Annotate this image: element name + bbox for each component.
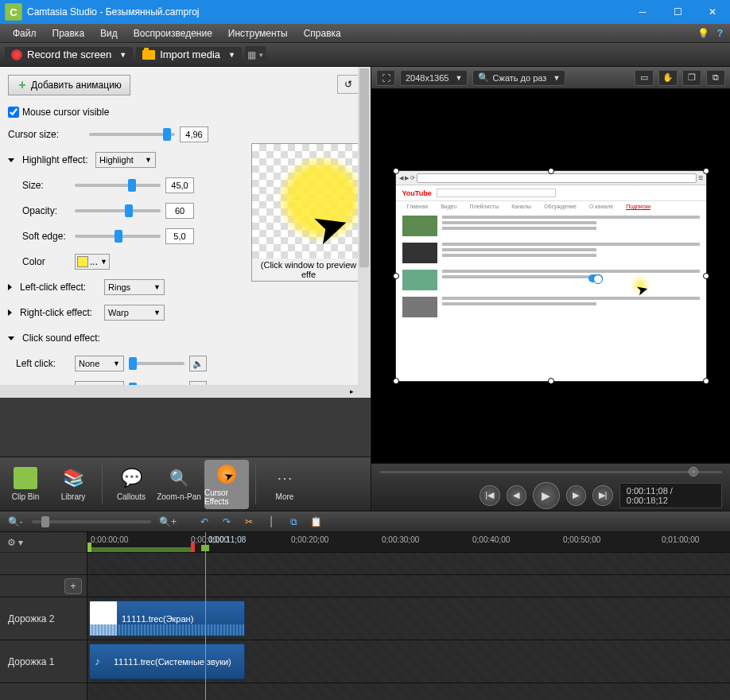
play-button[interactable]: ▶ bbox=[533, 482, 559, 509]
timeline-settings-icon[interactable]: ⚙ ▾ bbox=[6, 535, 24, 550]
tool-strip: Clip Bin 📚Library 💬Callouts 🔍Zoom-n-Pan … bbox=[0, 457, 371, 511]
time-ruler[interactable]: 0;00:00;00 0;00:10;00 0;00:20;00 0;00:30… bbox=[87, 532, 730, 553]
detach-button[interactable]: ❐ bbox=[682, 70, 701, 86]
record-screen-button[interactable]: Record the screen▼ bbox=[5, 47, 133, 62]
close-button[interactable]: ✕ bbox=[695, 0, 730, 24]
maximize-button[interactable]: ☐ bbox=[660, 0, 695, 24]
cut-icon[interactable]: ✂ bbox=[240, 514, 258, 530]
timeline-content[interactable]: 0;00:00;00 0;00:10;00 0;00:20;00 0;00:30… bbox=[87, 532, 730, 700]
paste-icon[interactable]: 📋 bbox=[307, 514, 324, 530]
menu-edit[interactable]: Правка bbox=[45, 24, 93, 43]
opacity-value[interactable] bbox=[165, 203, 194, 219]
import-media-button[interactable]: Import media▼ bbox=[136, 47, 242, 62]
minimize-button[interactable]: ─ bbox=[625, 0, 660, 24]
cursor-size-slider[interactable] bbox=[89, 133, 175, 136]
editing-dimensions-icon[interactable]: ⛶ bbox=[376, 70, 395, 86]
size-value[interactable] bbox=[165, 177, 194, 193]
step-back-button[interactable]: ◀ bbox=[507, 485, 527, 506]
track2-header[interactable]: Дорожка 2 bbox=[0, 597, 87, 640]
add-track-button[interactable]: + bbox=[64, 578, 82, 594]
softedge-value[interactable] bbox=[165, 228, 194, 244]
pan-button[interactable]: ✋ bbox=[658, 70, 678, 86]
window-title: Camtasia Studio - Безымянный.camproj bbox=[27, 6, 625, 18]
cursor-visible-label: Mouse cursor visible bbox=[22, 107, 109, 118]
fullscreen-button[interactable]: ⧉ bbox=[706, 70, 725, 86]
prev-button[interactable]: |◀ bbox=[480, 485, 500, 506]
plus-icon: + bbox=[17, 80, 28, 91]
left-click-effect-select[interactable]: Rings▼ bbox=[104, 279, 165, 295]
redo-icon[interactable]: ↷ bbox=[218, 514, 235, 530]
clip-track2[interactable]: ▦11111.trec(Экран) bbox=[89, 601, 245, 636]
color-label: Color bbox=[8, 256, 70, 267]
timeline-toolbar: 🔍- 🔍+ ↶ ↷ ✂ ⎮ ⧉ 📋 bbox=[0, 511, 730, 532]
properties-panel: + Добавить анимацию ↺ Mouse cursor visib… bbox=[0, 67, 371, 511]
highlight-effect-label: Highlight effect: bbox=[22, 154, 91, 165]
seek-bar[interactable] bbox=[379, 471, 722, 473]
size-slider[interactable] bbox=[75, 184, 161, 187]
step-fwd-button[interactable]: ▶ bbox=[566, 485, 587, 506]
next-button[interactable]: ▶| bbox=[592, 485, 613, 506]
right-click-effect-label: Right-click effect: bbox=[20, 307, 99, 318]
track1-header[interactable]: Дорожка 1 bbox=[0, 640, 87, 683]
click-sound-label: Click sound effect: bbox=[22, 332, 100, 344]
playhead[interactable]: 0;00:11;08 bbox=[205, 532, 206, 700]
menu-file[interactable]: Файл bbox=[5, 24, 45, 43]
tab-callouts[interactable]: 💬Callouts bbox=[109, 460, 153, 509]
crop-button[interactable]: ▭ bbox=[635, 70, 654, 86]
color-picker[interactable]: ... ▼ bbox=[75, 254, 110, 270]
left-click-effect-label: Left-click effect: bbox=[20, 282, 99, 293]
preview-panel: ⛶ 2048x1365 ▼ 🔍 Сжать до раз ▼ ▭ ✋ ❐ ⧉ ◀… bbox=[371, 67, 730, 511]
menu-play[interactable]: Воспроизведение bbox=[126, 24, 220, 43]
tab-more[interactable]: ⋯More bbox=[262, 460, 307, 509]
reset-button[interactable]: ↺ bbox=[337, 75, 359, 94]
help-icon[interactable]: ? bbox=[717, 28, 723, 39]
zoom-out-icon[interactable]: 🔍- bbox=[6, 514, 24, 530]
canvas[interactable]: ◀▶⟳☰ YouTube ГлавнаяВидеоПлейлистыКаналы… bbox=[395, 170, 707, 382]
left-click-play-button[interactable]: 🔈 bbox=[189, 356, 207, 371]
cursor-visible-checkbox[interactable] bbox=[8, 107, 19, 118]
canvas-content: ◀▶⟳☰ YouTube ГлавнаяВидеоПлейлистыКаналы… bbox=[396, 171, 706, 381]
left-click-volume-slider[interactable] bbox=[129, 362, 184, 365]
undo-icon[interactable]: ↶ bbox=[196, 514, 213, 530]
tab-library[interactable]: 📚Library bbox=[51, 460, 95, 509]
cursor-size-value[interactable] bbox=[180, 126, 208, 142]
cursor-size-label: Cursor size: bbox=[8, 129, 84, 140]
folder-icon bbox=[142, 50, 155, 60]
produce-share-button[interactable]: ▦▾ bbox=[245, 46, 266, 64]
main-toolbar: Record the screen▼ Import media▼ ▦▾ bbox=[0, 43, 730, 67]
props-vscroll[interactable] bbox=[358, 67, 371, 398]
shrink-to-fit-select[interactable]: 🔍 Сжать до раз ▼ bbox=[472, 70, 565, 86]
zoom-slider[interactable] bbox=[32, 520, 151, 523]
preview-hint: (Click window to preview effe bbox=[252, 259, 365, 281]
split-icon[interactable]: ⎮ bbox=[262, 514, 280, 530]
cursor-preview[interactable]: ➤ (Click window to preview effe bbox=[251, 143, 366, 282]
tab-clipbin[interactable]: Clip Bin bbox=[3, 460, 48, 509]
record-icon bbox=[11, 49, 22, 60]
left-click-sound-select[interactable]: None▼ bbox=[75, 356, 124, 371]
dimensions-select[interactable]: 2048x1365 ▼ bbox=[400, 70, 468, 86]
left-click-label: Left click: bbox=[8, 358, 70, 369]
canvas-stage[interactable]: ◀▶⟳☰ YouTube ГлавнаяВидеоПлейлистыКаналы… bbox=[371, 89, 730, 463]
tab-cursor-effects[interactable]: ➤ Cursor Effects bbox=[204, 460, 249, 509]
softedge-slider[interactable] bbox=[75, 235, 161, 238]
opacity-slider[interactable] bbox=[75, 209, 161, 212]
menu-view[interactable]: Вид bbox=[92, 24, 126, 43]
menubar: Файл Правка Вид Воспроизведение Инструме… bbox=[0, 24, 730, 43]
menu-tools[interactable]: Инструменты bbox=[220, 24, 296, 43]
zoom-in-icon[interactable]: 🔍+ bbox=[159, 514, 177, 530]
softedge-label: Soft edge: bbox=[8, 231, 70, 242]
tips-icon[interactable]: 💡 bbox=[697, 28, 709, 39]
copy-icon[interactable]: ⧉ bbox=[285, 514, 302, 530]
opacity-label: Opacity: bbox=[8, 205, 70, 216]
size-label: Size: bbox=[8, 180, 70, 191]
app-logo: C bbox=[5, 3, 22, 21]
add-animation-button[interactable]: + Добавить анимацию bbox=[8, 75, 130, 95]
time-display: 0:00:11;08 / 0:00:18;12 bbox=[619, 483, 722, 508]
highlight-effect-select[interactable]: Highlight▼ bbox=[95, 152, 156, 168]
titlebar: C Camtasia Studio - Безымянный.camproj ─… bbox=[0, 0, 730, 24]
menu-help[interactable]: Справка bbox=[296, 24, 349, 43]
tab-zoom[interactable]: 🔍Zoom-n-Pan bbox=[157, 460, 201, 509]
right-click-effect-select[interactable]: Warp▼ bbox=[104, 305, 165, 321]
clip-track1[interactable]: ♪11111.trec(Системные звуки) bbox=[89, 644, 245, 679]
props-hscroll[interactable]: ▸ bbox=[0, 385, 358, 398]
